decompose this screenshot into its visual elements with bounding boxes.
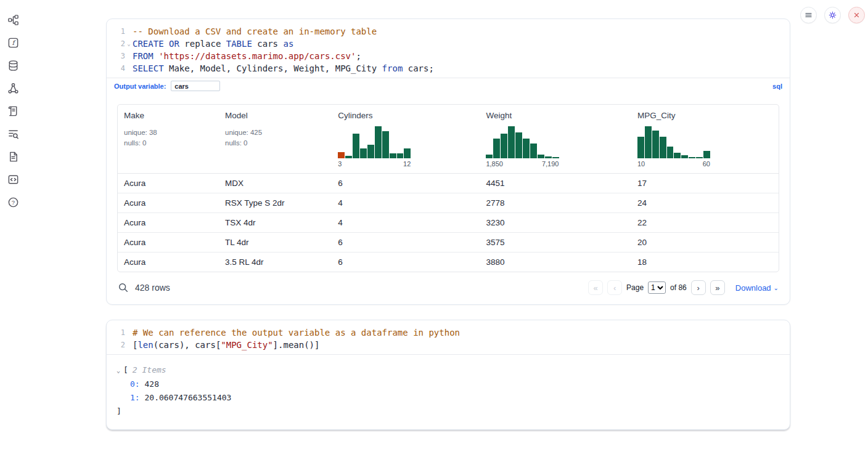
code-snippet-icon[interactable]: [7, 173, 19, 185]
code-line[interactable]: 4SELECT Make, Model, Cylinders, Weight, …: [107, 62, 790, 75]
histogram-bar[interactable]: [404, 148, 411, 158]
histogram-bar[interactable]: [367, 145, 374, 158]
histogram-bar[interactable]: [660, 137, 666, 158]
column-histogram[interactable]: [637, 126, 710, 158]
histogram-bar[interactable]: [390, 153, 396, 158]
page-select[interactable]: 1: [648, 281, 666, 294]
table-cell: 6: [332, 174, 480, 193]
table-cell: 4451: [480, 174, 631, 193]
code-line[interactable]: 1# We can reference the output variable …: [107, 326, 790, 339]
dependency-graph-icon[interactable]: [7, 82, 19, 94]
tree-value: 428: [140, 379, 159, 389]
fold-toggle-icon[interactable]: ⌄: [125, 38, 133, 50]
code-line[interactable]: 2⌄CREATE OR replace TABLE cars as: [107, 38, 790, 50]
menu-button[interactable]: [800, 7, 817, 23]
tree-value: 20.060747663551403: [140, 393, 232, 402]
table-cell: TSX 4dr: [219, 213, 332, 232]
histogram-bar[interactable]: [552, 157, 559, 158]
column-stats: unique: 425nulls: 0: [225, 127, 326, 148]
histogram-bar[interactable]: [508, 126, 515, 158]
python-code-editor[interactable]: 1# We can reference the output variable …: [107, 320, 790, 354]
axis-min: 10: [637, 160, 645, 168]
prev-page-button[interactable]: ‹: [607, 280, 622, 295]
first-page-button[interactable]: «: [588, 280, 603, 295]
histogram-bar[interactable]: [681, 155, 688, 158]
close-icon: [852, 10, 861, 20]
notebook-area: 1-- Download a CSV and create an in-memo…: [106, 18, 790, 430]
column-header[interactable]: Makeunique: 38nulls: 0: [118, 105, 219, 173]
axis-min: 1,850: [486, 160, 503, 168]
sql-code-editor[interactable]: 1-- Download a CSV and create an in-memo…: [107, 19, 790, 78]
histogram-bar[interactable]: [652, 131, 659, 158]
table-cell: TL 4dr: [219, 233, 332, 252]
document-icon[interactable]: [7, 150, 19, 163]
histogram-bar[interactable]: [689, 157, 695, 158]
svg-text:?: ?: [11, 198, 14, 205]
line-number: 3: [107, 50, 125, 62]
table-cell: 18: [631, 253, 779, 272]
file-tree-icon[interactable]: [7, 14, 19, 26]
histogram-bar[interactable]: [530, 144, 537, 158]
table-cell: 4: [332, 193, 480, 212]
column-histogram[interactable]: [486, 126, 559, 158]
code-line[interactable]: 2[len(cars), cars["MPG_City"].mean()]: [107, 339, 790, 351]
histogram-bar[interactable]: [696, 157, 703, 158]
collapse-caret-icon[interactable]: ⌄: [117, 364, 120, 378]
code-line[interactable]: 1-- Download a CSV and create an in-memo…: [107, 25, 790, 38]
code-line[interactable]: 3FROM 'https://datasets.marimo.app/cars.…: [107, 50, 790, 62]
column-header[interactable]: MPG_City1060: [631, 105, 779, 173]
histogram-bar[interactable]: [667, 147, 674, 158]
histogram-bar[interactable]: [538, 155, 544, 158]
column-histogram[interactable]: [338, 126, 411, 158]
code-text: # We can reference the output variable a…: [133, 326, 460, 339]
tree-entry: 1: 20.060747663551403: [117, 391, 780, 405]
histogram-bar[interactable]: [674, 153, 681, 158]
database-icon[interactable]: [7, 59, 19, 71]
histogram-bar[interactable]: [360, 148, 367, 158]
column-name: Make: [124, 111, 213, 120]
histogram-bar[interactable]: [486, 155, 493, 158]
histogram-bar[interactable]: [501, 134, 507, 158]
output-variable-row: Output variable: sql: [107, 78, 790, 95]
table-row: AcuraTL 4dr6357520: [118, 233, 779, 253]
help-icon[interactable]: ?: [7, 196, 19, 208]
table-cell: Acura: [118, 174, 219, 193]
column-header[interactable]: Weight1,8507,190: [480, 105, 631, 173]
histogram-bar[interactable]: [345, 156, 352, 158]
row-count: 428 rows: [135, 283, 170, 293]
axis-max: 7,190: [542, 160, 559, 168]
scroll-icon[interactable]: [7, 105, 19, 117]
download-button[interactable]: Download ⌄: [735, 283, 779, 293]
histogram-bar[interactable]: [523, 139, 530, 158]
column-header[interactable]: Modelunique: 425nulls: 0: [219, 105, 332, 173]
histogram-bar[interactable]: [545, 156, 552, 158]
histogram-bar[interactable]: [353, 134, 359, 158]
search-icon[interactable]: [118, 282, 129, 293]
histogram-bar[interactable]: [637, 137, 644, 158]
histogram-bar[interactable]: [515, 132, 522, 158]
next-page-button[interactable]: ›: [691, 280, 706, 295]
histogram-bar[interactable]: [703, 151, 710, 158]
histogram-bar[interactable]: [375, 126, 382, 158]
table-cell: 3575: [480, 233, 631, 252]
last-page-button[interactable]: »: [710, 280, 725, 295]
table-cell: 2778: [480, 193, 631, 212]
search-list-icon[interactable]: [7, 127, 19, 140]
settings-button[interactable]: [824, 7, 841, 23]
axis-min: 3: [338, 160, 342, 168]
histogram-bar[interactable]: [382, 131, 389, 158]
table-cell: 4: [332, 213, 480, 232]
table-cell: Acura: [118, 193, 219, 212]
histogram-bar[interactable]: [645, 126, 652, 158]
output-variable-label: Output variable:: [114, 83, 166, 90]
close-button[interactable]: [848, 7, 865, 23]
histogram-bar[interactable]: [493, 139, 500, 158]
column-name: Model: [225, 111, 326, 120]
function-icon[interactable]: f: [7, 36, 19, 49]
table-cell: 17: [631, 174, 779, 193]
code-text: [len(cars), cars["MPG_City"].mean()]: [133, 339, 319, 351]
histogram-bar[interactable]: [397, 153, 404, 158]
column-header[interactable]: Cylinders312: [332, 105, 480, 173]
histogram-bar[interactable]: [338, 152, 345, 158]
output-variable-input[interactable]: [171, 81, 220, 91]
